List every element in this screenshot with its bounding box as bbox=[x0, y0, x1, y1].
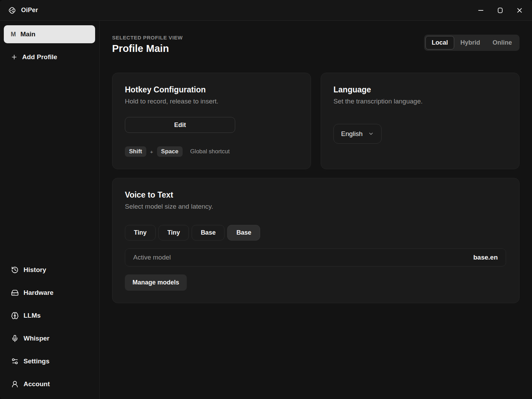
app-title: OiPer bbox=[21, 7, 38, 14]
tab-hybrid[interactable]: Hybrid bbox=[454, 36, 486, 49]
model-button-base-2[interactable]: Base bbox=[227, 225, 260, 241]
history-icon bbox=[11, 266, 19, 274]
sidebar-item-account[interactable]: Account bbox=[4, 373, 95, 396]
card-title: Language bbox=[333, 85, 507, 94]
profile-item-main[interactable]: M Main bbox=[4, 25, 95, 43]
tab-local[interactable]: Local bbox=[425, 36, 454, 49]
sidebar-item-label: Settings bbox=[24, 357, 49, 365]
card-title: Hotkey Configuration bbox=[125, 85, 298, 94]
user-icon bbox=[11, 380, 19, 388]
model-button-tiny-2[interactable]: Tiny bbox=[158, 225, 189, 241]
key-badge-space: Space bbox=[157, 146, 183, 157]
sidebar-item-settings[interactable]: Settings bbox=[4, 350, 95, 373]
page-title: Profile Main bbox=[112, 43, 183, 54]
voice-to-text-card: Voice to Text Select model size and late… bbox=[112, 178, 520, 303]
sidebar-item-history[interactable]: History bbox=[4, 259, 95, 281]
model-button-base-1[interactable]: Base bbox=[192, 225, 224, 241]
window-controls bbox=[471, 2, 529, 19]
manage-models-button[interactable]: Manage models bbox=[125, 274, 187, 291]
microphone-icon bbox=[11, 335, 19, 342]
hard-drive-icon bbox=[11, 289, 19, 297]
hotkey-configuration-card: Hotkey Configuration Hold to record, rel… bbox=[112, 73, 311, 169]
minimize-button[interactable] bbox=[471, 2, 490, 19]
hotkey-hint: Global shortcut bbox=[190, 148, 230, 155]
main-content: SELECTED PROFILE VIEW Profile Main Local… bbox=[100, 21, 532, 399]
language-select[interactable]: English bbox=[333, 124, 382, 144]
titlebar: OiPer bbox=[0, 0, 532, 21]
active-model-value: base.en bbox=[473, 254, 498, 261]
app-logo-icon bbox=[8, 6, 17, 15]
sidebar-item-label: LLMs bbox=[24, 312, 41, 319]
key-badge-shift: Shift bbox=[125, 146, 146, 157]
model-button-tiny-1[interactable]: Tiny bbox=[125, 225, 156, 241]
profile-label: Main bbox=[20, 30, 35, 38]
active-model-label: Active model bbox=[133, 254, 171, 261]
key-plus: + bbox=[150, 149, 153, 155]
brain-icon bbox=[11, 312, 19, 319]
language-card: Language Set the transcription language.… bbox=[321, 73, 520, 169]
sidebar-item-llms[interactable]: LLMs bbox=[4, 304, 95, 327]
plus-icon bbox=[11, 54, 18, 61]
sidebar-item-hardware[interactable]: Hardware bbox=[4, 281, 95, 304]
sidebar: M Main Add Profile History bbox=[0, 21, 100, 399]
close-button[interactable] bbox=[510, 2, 529, 19]
sidebar-item-label: Hardware bbox=[24, 289, 54, 297]
app-window: OiPer M Main bbox=[0, 0, 532, 399]
add-profile-label: Add Profile bbox=[22, 53, 57, 61]
card-subtitle: Select model size and latency. bbox=[125, 203, 507, 210]
titlebar-left: OiPer bbox=[8, 6, 38, 15]
profile-view-label: SELECTED PROFILE VIEW bbox=[112, 35, 183, 40]
card-subtitle: Hold to record, release to insert. bbox=[125, 98, 298, 105]
mode-switcher: Local Hybrid Online bbox=[424, 35, 520, 51]
card-title: Voice to Text bbox=[125, 190, 507, 200]
language-value: English bbox=[341, 130, 363, 138]
add-profile-button[interactable]: Add Profile bbox=[4, 48, 95, 66]
active-model-row: Active model base.en bbox=[125, 248, 506, 266]
page-heading: SELECTED PROFILE VIEW Profile Main bbox=[112, 35, 183, 54]
model-size-options: Tiny Tiny Base Base bbox=[125, 225, 507, 241]
sidebar-item-label: Whisper bbox=[24, 335, 49, 342]
maximize-button[interactable] bbox=[490, 2, 510, 19]
tab-online[interactable]: Online bbox=[486, 36, 518, 49]
sliders-icon bbox=[11, 357, 19, 365]
minimize-icon bbox=[477, 7, 485, 14]
card-subtitle: Set the transcription language. bbox=[333, 98, 507, 105]
sidebar-item-whisper[interactable]: Whisper bbox=[4, 327, 95, 350]
close-icon bbox=[516, 7, 523, 14]
sidebar-item-label: Account bbox=[24, 380, 50, 388]
profile-initial: M bbox=[11, 31, 16, 38]
sidebar-bottom-nav: History Hardware LLMs bbox=[4, 259, 95, 396]
maximize-icon bbox=[496, 7, 504, 14]
edit-hotkey-button[interactable]: Edit bbox=[125, 117, 235, 133]
hotkey-display: Shift + Space Global shortcut bbox=[125, 146, 298, 157]
chevron-down-icon bbox=[368, 131, 374, 137]
sidebar-item-label: History bbox=[24, 266, 46, 274]
